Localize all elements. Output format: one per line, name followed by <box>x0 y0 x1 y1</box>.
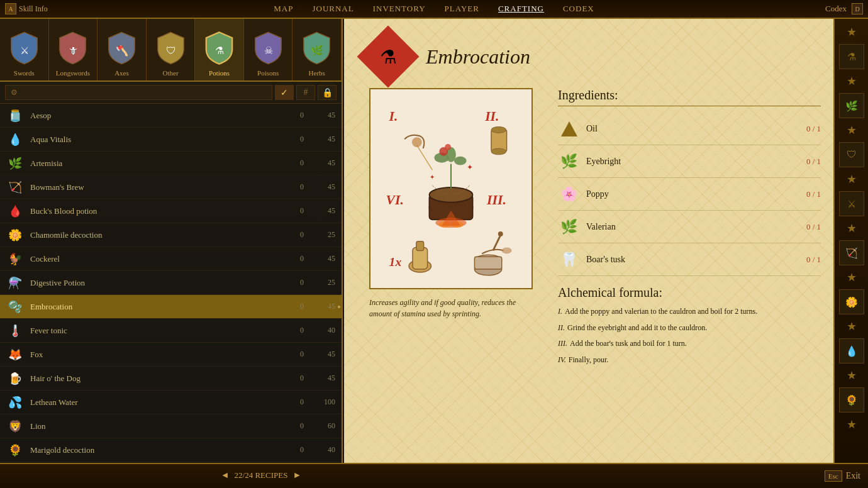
nav-item-crafting[interactable]: CRAFTING <box>498 4 544 14</box>
ingredient-count: 0 / 1 <box>806 222 821 232</box>
svg-text:II.: II. <box>484 109 499 124</box>
ingredient-row: 🌿Eyebright0 / 1 <box>558 145 821 178</box>
category-tab-other[interactable]: 🛡 Other <box>147 19 196 80</box>
recipe-list-item[interactable]: 💦Lethean Water0100 <box>0 391 342 414</box>
recipe-list-item[interactable]: 🌡️Fever tonic040 <box>0 319 342 343</box>
recipe-icon-4: 🩸 <box>6 202 24 220</box>
axes-icon: 🪓 <box>103 29 140 67</box>
filter-hash-button[interactable]: # <box>296 85 315 100</box>
recipe-item-count: 0 <box>291 302 304 311</box>
top-navigation: A Skill Info MAPJOURNALINVENTORYPLAYERCR… <box>0 0 868 19</box>
recipe-item-count: 0 <box>291 111 304 120</box>
recipe-list-item[interactable]: 🐓Cockerel045 <box>0 247 342 271</box>
nav-item-inventory[interactable]: INVENTORY <box>373 4 426 14</box>
deco-star-7: ★ <box>847 319 857 333</box>
svg-text:1x: 1x <box>389 255 402 269</box>
recipe-item-name: Bowman's Brew <box>30 182 291 192</box>
filter-lock-button[interactable]: 🔒 <box>318 85 337 100</box>
filter-check-button[interactable]: ✓ <box>275 85 294 100</box>
left-arrow-icon: ◄ <box>221 470 230 480</box>
esc-key[interactable]: Esc <box>825 470 842 482</box>
recipe-list-item[interactable]: 🩸Buck's Blood potion045 <box>0 199 342 223</box>
nav-item-codex[interactable]: CODEX <box>563 4 594 14</box>
nav-item-journal[interactable]: JOURNAL <box>312 4 353 14</box>
recipe-list-item[interactable]: 🫧Embrocation045 <box>0 295 342 319</box>
nav-item-player[interactable]: PLAYER <box>445 4 479 14</box>
category-tabs: ⚔ Swords 🗡 Longswords 🪓 Axes 🛡 Other ⚗ P… <box>0 19 342 82</box>
ingredient-icon-boar's-tusk: 🦷 <box>558 248 580 270</box>
potions-icon: ⚗ <box>201 29 238 67</box>
recipe-item-max: 45 <box>316 350 335 359</box>
ingredient-name: Oil <box>586 124 800 134</box>
recipe-icon-7: ⚗️ <box>6 274 24 292</box>
recipe-item-name: Lion <box>30 421 291 431</box>
deco-item-3: 🛡 <box>839 142 864 167</box>
deco-item-2: 🌿 <box>839 93 864 118</box>
recipe-item-name: Cockerel <box>30 254 291 264</box>
recipe-icon-3: 🏹 <box>6 179 24 196</box>
deco-star-1: ★ <box>847 25 857 39</box>
recipe-icon-5: 🌼 <box>6 226 24 244</box>
svg-text:✦: ✦ <box>430 174 435 180</box>
formula-step: I.Add the poppy and valerian to the caul… <box>558 305 821 319</box>
recipe-icon-12: 💦 <box>6 394 24 411</box>
deco-star-9: ★ <box>847 418 857 431</box>
recipe-icon-2: 🌿 <box>6 155 24 172</box>
ingredients-title: Ingredients: <box>558 88 821 106</box>
recipe-list-item[interactable]: 🌿Artemisia045 <box>0 152 342 175</box>
longswords-label: Longswords <box>56 69 90 77</box>
category-tab-herbs[interactable]: 🌿 Herbs <box>292 19 342 80</box>
category-tab-poisons[interactable]: ☠ Poisons <box>244 19 293 80</box>
deco-star-5: ★ <box>847 221 857 235</box>
recipe-list-item[interactable]: ⚗️Digestive Potion025 <box>0 271 342 295</box>
recipe-item-max: 45 <box>316 111 335 120</box>
recipe-list-item[interactable]: 🫙Aesop045 <box>0 104 342 128</box>
recipe-icon-14: 🌻 <box>6 441 24 459</box>
nav-item-map[interactable]: MAP <box>274 4 293 14</box>
ingredient-icon-oil <box>558 118 580 140</box>
category-tab-swords[interactable]: ⚔ Swords <box>0 19 49 80</box>
search-box: ⚙ <box>5 85 272 100</box>
recipe-list-item[interactable]: 💧Aqua Vitalis045 <box>0 128 342 152</box>
formula-text: I.Add the poppy and valerian to the caul… <box>558 305 821 369</box>
recipe-list-item[interactable]: 🌻Marigold decoction040 <box>0 438 342 462</box>
d-key-badge: D <box>852 3 863 14</box>
recipe-item-name: Fever tonic <box>30 326 291 336</box>
skill-info-section: A Skill Info <box>0 3 48 14</box>
recipe-list-item[interactable]: 🦊Fox045 <box>0 343 342 367</box>
recipe-icon-inner: ⚗ <box>380 46 397 68</box>
recipe-item-max: 60 <box>316 421 335 431</box>
recipe-item-max: 25 <box>316 230 335 240</box>
recipe-item-count: 0 <box>291 206 304 216</box>
ingredient-icon-poppy: 🌸 <box>558 183 580 205</box>
svg-text:🪓: 🪓 <box>115 43 128 57</box>
poisons-icon: ☠ <box>249 29 287 67</box>
recipe-list-item[interactable]: 🦁Lion060 <box>0 414 342 438</box>
svg-point-37 <box>454 157 467 165</box>
recipe-list-item[interactable]: 🌼Chamomile decoction025 <box>0 223 342 247</box>
category-tab-axes[interactable]: 🪓 Axes <box>97 19 147 80</box>
recipe-item-max: 45 <box>316 158 335 168</box>
recipe-icon-11: 🍺 <box>6 370 24 387</box>
formula-step: II.Grind the eyebright and add it to the… <box>558 321 821 335</box>
ingredient-name: Poppy <box>586 189 800 199</box>
svg-text:☠: ☠ <box>264 45 272 56</box>
recipe-item-count: 0 <box>291 350 304 359</box>
category-tab-potions[interactable]: ⚗ Potions <box>195 19 244 80</box>
recipe-details: Ingredients: Oil0 / 1🌿Eyebright0 / 1🌸Pop… <box>558 88 821 457</box>
recipe-list-item[interactable]: 🍺Hair o' the Dog045 <box>0 367 342 391</box>
category-tab-longswords[interactable]: 🗡 Longswords <box>49 19 98 80</box>
recipe-item-count: 0 <box>291 158 304 168</box>
other-icon: 🛡 <box>152 29 189 67</box>
recipe-item-name: Lethean Water <box>30 397 291 408</box>
exit-label: Exit <box>846 471 860 481</box>
deco-item-6: 🌼 <box>839 289 864 314</box>
recipe-item-max: 45 <box>316 302 335 311</box>
deco-item-7: 💧 <box>839 338 864 363</box>
recipe-item-max: 45 <box>316 206 335 216</box>
recipe-item-max: 45 <box>316 254 335 263</box>
recipe-main-icon: ⚗ <box>363 31 413 82</box>
herbs-icon: 🌿 <box>298 29 336 67</box>
recipe-icon-0: 🫙 <box>6 107 24 125</box>
recipe-list-item[interactable]: 🏹Bowman's Brew045 <box>0 175 342 199</box>
